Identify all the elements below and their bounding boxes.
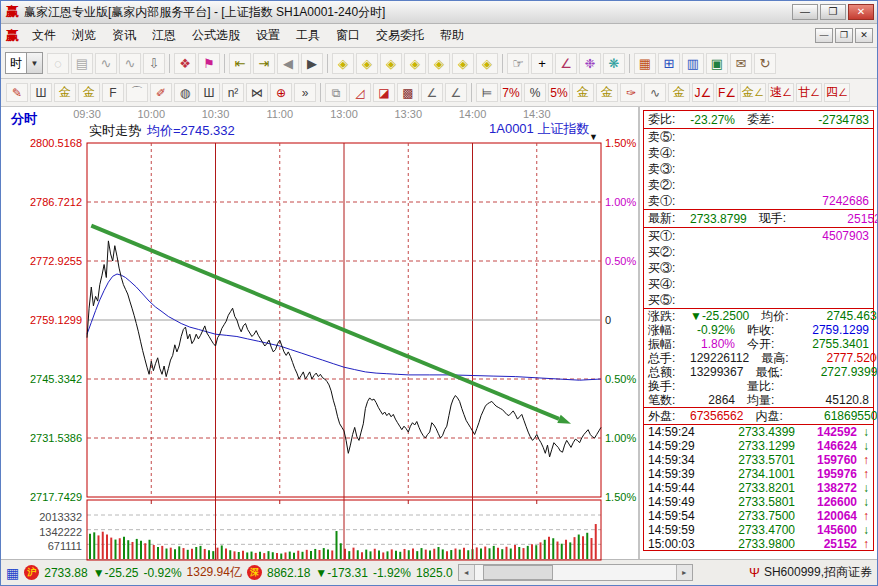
window-minimize-button[interactable]: —	[792, 4, 818, 20]
calendar-icon[interactable]: ▦	[634, 53, 656, 74]
tick-row[interactable]: 14:59:392734.1001195976↑	[644, 467, 873, 481]
sz-index-price[interactable]: 8862.18	[267, 566, 310, 580]
pencil-tool-icon[interactable]: ✎	[6, 83, 28, 102]
tick-row[interactable]: 14:59:542733.7500120064↑	[644, 509, 873, 523]
notebook-icon[interactable]: ▥	[682, 53, 704, 74]
weibi-row[interactable]: 委比:-23.27%委差:-2734783	[644, 111, 873, 128]
menu-item-10[interactable]: 帮助	[432, 24, 472, 47]
menu-item-6[interactable]: 设置	[248, 24, 288, 47]
last-page-icon[interactable]: ⇥	[253, 53, 275, 74]
gold-angle-icon[interactable]: 金∠	[740, 83, 766, 102]
gann-hexpand-icon[interactable]: ◈	[380, 53, 402, 74]
period-combo[interactable]: 时 ▼	[5, 52, 43, 74]
buy-level-row[interactable]: 买④:	[644, 276, 873, 292]
gann-flower-icon[interactable]: ❉	[579, 53, 601, 74]
wave-tool-icon[interactable]: ∿	[644, 83, 666, 102]
trend-arrow-line[interactable]	[91, 226, 559, 419]
menu-item-1[interactable]: 文件	[24, 24, 64, 47]
ray-fan-icon[interactable]: ◿	[349, 83, 371, 102]
window-close-button[interactable]: ✕	[848, 4, 874, 20]
mdi-minimize-button[interactable]: —	[815, 28, 833, 43]
tick-row[interactable]: 14:59:442733.8201138272↓	[644, 481, 873, 495]
mdi-restore-button[interactable]: ❐	[835, 28, 853, 43]
circle-tool-icon[interactable]: ◍	[174, 83, 196, 102]
brush-tool-icon[interactable]: ✐	[150, 83, 172, 102]
angle-line2-icon[interactable]: ∠	[445, 83, 467, 102]
box-select-icon[interactable]: ⧉	[325, 83, 347, 102]
save-icon[interactable]: ▣	[706, 53, 728, 74]
neural-tool-icon[interactable]: ❋	[603, 53, 625, 74]
gann-shape-icon[interactable]: ◌	[47, 53, 69, 74]
pct5-tool-icon[interactable]: 5%	[548, 83, 570, 102]
buy-level-row[interactable]: 买⑤:	[644, 292, 873, 308]
latest-row[interactable]: 最新:2733.8799现手:25152	[644, 210, 873, 227]
gann-vexpand-icon[interactable]: ◈	[428, 53, 450, 74]
wave3-icon[interactable]: ∿	[95, 53, 117, 74]
gann-hshrink-icon[interactable]: ◈	[404, 53, 426, 74]
tick-row[interactable]: 14:59:292733.1299146624↓	[644, 439, 873, 453]
gold-line-icon[interactable]: 金	[596, 83, 618, 102]
n2-tool-icon[interactable]: n²	[222, 83, 244, 102]
sell-level-row[interactable]: 卖⑤:	[644, 129, 873, 145]
buy-level-row[interactable]: 买③:	[644, 260, 873, 276]
tick-row[interactable]: 14:59:342733.5701159760↑	[644, 453, 873, 467]
gan-angle-icon[interactable]: 甘∠	[796, 83, 822, 102]
flag-tool-icon[interactable]: ⚑	[198, 53, 220, 74]
pin-tool-icon[interactable]: ⇩	[143, 53, 165, 74]
angle-tool-icon[interactable]: ∠	[555, 53, 577, 74]
tick-row[interactable]: 15:00:032733.980025152↑	[644, 537, 873, 551]
sell-level-row[interactable]: 卖③:	[644, 161, 873, 177]
gann-left-icon[interactable]: ◈	[332, 53, 354, 74]
tick-row[interactable]: 14:59:492733.5801126600↓	[644, 495, 873, 509]
mdi-close-button[interactable]: ✕	[855, 28, 873, 43]
ink-tool-icon[interactable]: ✑	[620, 83, 642, 102]
pct7-tool-icon[interactable]: 7%	[500, 83, 522, 102]
speed-angle-icon[interactable]: 速∠	[768, 83, 794, 102]
f-angle-icon[interactable]: F∠	[716, 83, 738, 102]
hand-tool-icon[interactable]: ☞	[507, 53, 529, 74]
buy-level-row[interactable]: 买②:	[644, 244, 873, 260]
sh-index-price[interactable]: 2733.88	[44, 566, 87, 580]
memo-icon[interactable]: ▤	[71, 53, 93, 74]
fib-lines-icon[interactable]: F	[102, 83, 124, 102]
comb-grid-icon[interactable]: Ш	[30, 83, 52, 102]
scale-ruler-icon[interactable]: ⊨	[476, 83, 498, 102]
intraday-chart[interactable]	[1, 107, 638, 563]
data-grid-icon[interactable]: ▦	[6, 565, 19, 581]
first-page-icon[interactable]: ⇤	[229, 53, 251, 74]
refresh-icon[interactable]: ↻	[754, 53, 776, 74]
menu-item-5[interactable]: 公式选股	[184, 24, 248, 47]
j-angle-icon[interactable]: J∠	[692, 83, 714, 102]
dark-grid-icon[interactable]: ▩	[397, 83, 419, 102]
mail-icon[interactable]: ✉	[730, 53, 752, 74]
scrollbar-thumb[interactable]	[483, 565, 553, 580]
angle-line1-icon[interactable]: ∠	[421, 83, 443, 102]
menu-item-8[interactable]: 窗口	[328, 24, 368, 47]
gold-circle-icon[interactable]: 金	[572, 83, 594, 102]
tick-row[interactable]: 14:59:592733.4700145600↓	[644, 523, 873, 537]
sell-level-row[interactable]: 卖④:	[644, 145, 873, 161]
sell-level-row[interactable]: 卖②:	[644, 177, 873, 193]
gold-box-icon[interactable]: 金	[668, 83, 690, 102]
stats-row[interactable]: 笔数:2864均量:45120.8	[644, 393, 873, 407]
gann-center-icon[interactable]: ◈	[476, 53, 498, 74]
ruler-comb-icon[interactable]: Ш	[198, 83, 220, 102]
waipan-row[interactable]: 外盘:67356562内盘:61869550	[644, 408, 873, 424]
target-tool-icon[interactable]: ⊕	[270, 83, 292, 102]
menu-item-2[interactable]: 浏览	[64, 24, 104, 47]
menu-item-7[interactable]: 工具	[288, 24, 328, 47]
four-angle-icon[interactable]: 四∠	[824, 83, 850, 102]
scroll-right-icon[interactable]: ►	[676, 565, 692, 580]
buy-level-row[interactable]: 买①:4507903	[644, 228, 873, 244]
wave9-icon[interactable]: ∿	[119, 53, 141, 74]
scrollbar-track[interactable]	[475, 565, 676, 580]
more-tools-icon[interactable]: »	[294, 83, 316, 102]
sell-level-row[interactable]: 卖①:7242686	[644, 193, 873, 209]
gold-comb1-icon[interactable]: 金	[54, 83, 76, 102]
arc-tool-icon[interactable]: ⌒	[126, 83, 148, 102]
pct-tool-icon[interactable]: %	[524, 83, 546, 102]
calculator-icon[interactable]: ⊞	[658, 53, 680, 74]
menu-item-3[interactable]: 资讯	[104, 24, 144, 47]
mirror-tool-icon[interactable]: ⋈	[246, 83, 268, 102]
menu-item-9[interactable]: 交易委托	[368, 24, 432, 47]
